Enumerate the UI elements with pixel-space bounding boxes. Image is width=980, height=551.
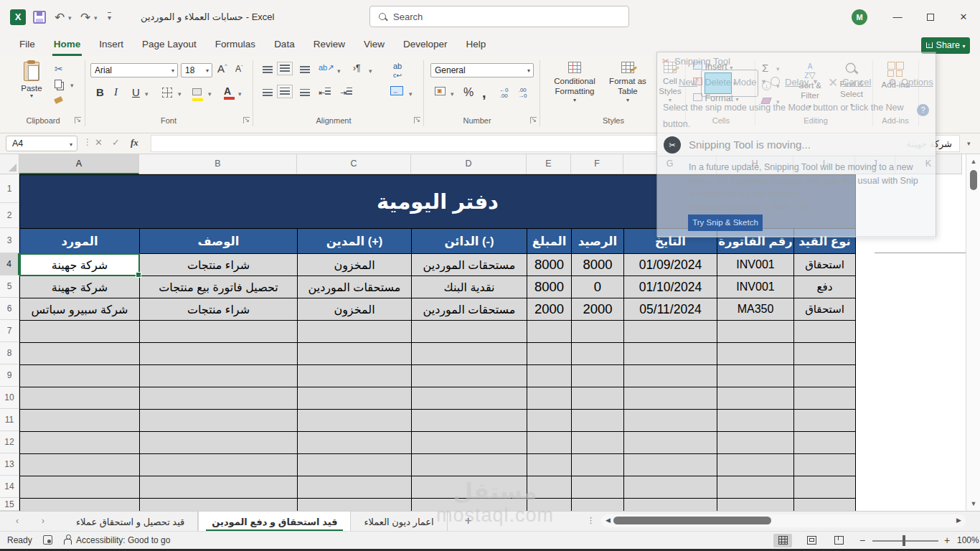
cell[interactable]: [624, 387, 717, 410]
cell[interactable]: [717, 321, 794, 343]
cell[interactable]: [527, 343, 572, 365]
name-box[interactable]: A4▾: [6, 136, 77, 151]
normal-view-button[interactable]: [773, 534, 792, 547]
cell[interactable]: شراء منتجات: [140, 254, 298, 276]
alignment-dialog-launcher-icon[interactable]: ↘: [414, 117, 420, 123]
column-title[interactable]: المورد: [20, 229, 140, 254]
column-title[interactable]: الدائن (-): [412, 229, 527, 254]
cell[interactable]: [572, 387, 624, 410]
maximize-button[interactable]: [920, 10, 941, 26]
zoom-slider-track[interactable]: [872, 540, 938, 542]
cell[interactable]: [298, 365, 412, 387]
sheet-tab-2[interactable]: قيد استحقاق و دفع المودين: [198, 512, 351, 532]
fill-color-icon[interactable]: [192, 86, 203, 101]
snip-delay-clock-icon[interactable]: [771, 77, 780, 88]
cell[interactable]: MA350: [717, 298, 794, 321]
clipboard-dialog-launcher-icon[interactable]: ↘: [75, 117, 81, 123]
font-color-chevron-icon[interactable]: ▾: [238, 90, 242, 98]
row-header-2[interactable]: 2: [0, 203, 19, 228]
row-header-4[interactable]: 4: [0, 253, 19, 276]
vertical-scrollbar[interactable]: ▲ ▼: [966, 154, 980, 511]
format-as-table-button[interactable]: Format as Table▾: [606, 62, 650, 103]
cell[interactable]: دفع: [794, 276, 856, 298]
column-header-F[interactable]: F: [571, 154, 623, 174]
cell[interactable]: المخزون: [298, 254, 412, 276]
increase-decimal-icon[interactable]: ←0.00: [499, 88, 508, 100]
underline-button[interactable]: U: [132, 86, 140, 98]
cell[interactable]: [624, 410, 717, 432]
cell[interactable]: مستحقات الموردين: [298, 276, 412, 298]
cell[interactable]: [20, 476, 140, 499]
redo-chevron-icon[interactable]: ▾: [94, 14, 98, 22]
zoom-out-button[interactable]: −: [859, 534, 865, 546]
row-header-11[interactable]: 11: [0, 409, 19, 431]
formula-bar-expand-icon[interactable]: ▾: [967, 140, 971, 147]
scroll-down-icon[interactable]: ▼: [966, 500, 980, 507]
sheet-tab-3[interactable]: اعمار ديون العملاء: [351, 512, 447, 532]
prev-sheet-icon[interactable]: ‹: [16, 516, 19, 526]
cell[interactable]: [717, 476, 794, 499]
snip-delay-chevron-icon[interactable]: ▼: [812, 78, 819, 85]
cell[interactable]: [527, 454, 572, 476]
cell[interactable]: [298, 387, 412, 410]
snip-options-gear-icon[interactable]: ⚙: [888, 77, 897, 88]
row-header-10[interactable]: 10: [0, 387, 19, 409]
cell[interactable]: 01/10/2024: [624, 276, 717, 298]
close-button[interactable]: ✕: [953, 10, 974, 26]
snip-cancel-button[interactable]: Cancel: [842, 77, 871, 88]
column-header-C[interactable]: C: [297, 154, 411, 174]
cell[interactable]: [717, 410, 794, 432]
cell[interactable]: [140, 499, 298, 511]
borders-chevron-icon[interactable]: ▾: [178, 90, 182, 98]
cell[interactable]: [412, 476, 527, 499]
align-middle-icon[interactable]: [280, 63, 290, 75]
cell[interactable]: [717, 499, 794, 511]
row-header-14[interactable]: 14: [0, 476, 19, 498]
zoom-slider-thumb[interactable]: [903, 535, 905, 546]
cell[interactable]: [298, 432, 412, 454]
cell[interactable]: [412, 343, 527, 365]
orientation-icon[interactable]: ab↗: [319, 63, 334, 72]
align-center-icon[interactable]: [280, 86, 290, 98]
scroll-right-icon[interactable]: ▶: [956, 517, 961, 524]
accounting-chevron-icon[interactable]: ▾: [451, 90, 454, 98]
cell[interactable]: [298, 343, 412, 365]
cell[interactable]: [624, 343, 717, 365]
insert-function-icon[interactable]: fx: [131, 137, 138, 149]
redo-icon[interactable]: ↷: [80, 10, 90, 25]
snip-mode-chevron-icon[interactable]: ▼: [760, 78, 767, 85]
number-dialog-launcher-icon[interactable]: ↘: [530, 117, 537, 123]
cell[interactable]: [717, 365, 794, 387]
cell[interactable]: [794, 499, 856, 511]
new-sheet-button[interactable]: +: [465, 514, 471, 527]
row-header-3[interactable]: 3: [0, 228, 19, 253]
page-break-view-button[interactable]: [829, 534, 848, 547]
scroll-up-icon[interactable]: ▲: [966, 158, 980, 165]
format-painter-icon[interactable]: [55, 93, 62, 105]
cell[interactable]: [572, 499, 624, 511]
cell[interactable]: [794, 476, 856, 499]
snip-mode-button[interactable]: Mode: [733, 77, 757, 88]
align-left-icon[interactable]: [263, 88, 273, 99]
borders-icon[interactable]: [162, 88, 172, 100]
row-header-7[interactable]: 7: [0, 320, 19, 342]
cell[interactable]: استحقاق: [794, 254, 856, 276]
cell[interactable]: 01/09/2024: [624, 254, 717, 276]
cell[interactable]: [624, 454, 717, 476]
cell[interactable]: [624, 499, 717, 511]
cell[interactable]: [527, 432, 572, 454]
cell[interactable]: [624, 432, 717, 454]
cell[interactable]: [527, 321, 572, 343]
cell[interactable]: [794, 343, 856, 365]
cell[interactable]: استحقاق: [794, 298, 856, 321]
snip-new-button[interactable]: New: [679, 77, 697, 88]
cell[interactable]: [140, 410, 298, 432]
minimize-button[interactable]: —: [887, 10, 908, 26]
cell[interactable]: [717, 454, 794, 476]
cell[interactable]: [572, 476, 624, 499]
cell[interactable]: [20, 454, 140, 476]
column-title[interactable]: الوصف: [140, 229, 298, 254]
italic-button[interactable]: I: [114, 86, 118, 98]
cell[interactable]: [298, 499, 412, 511]
cell[interactable]: [412, 432, 527, 454]
